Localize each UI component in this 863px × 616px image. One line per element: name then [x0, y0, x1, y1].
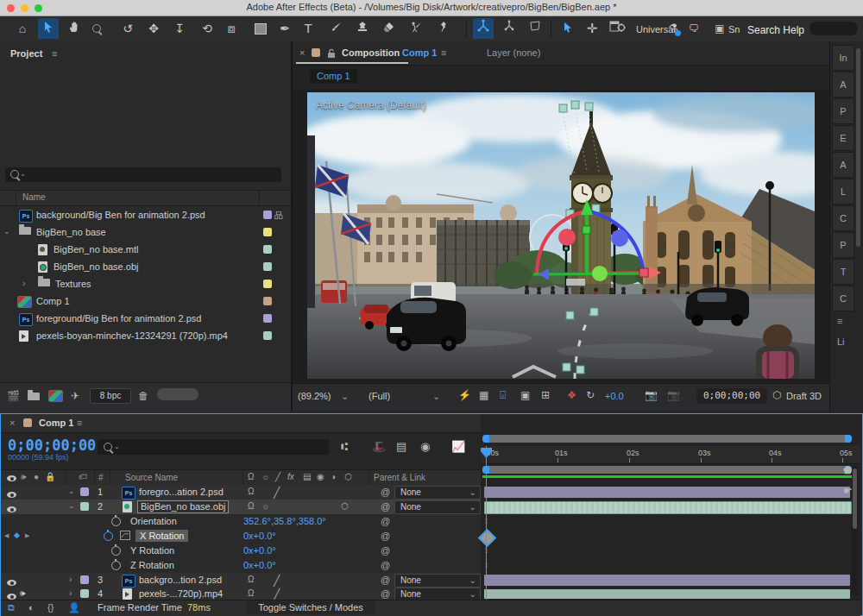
grid-guides-icon[interactable]: ⊞ [541, 389, 550, 401]
magnification-dropdown[interactable]: (89.2%) [298, 391, 331, 401]
dock-menu-icon[interactable]: ≡ [837, 316, 842, 326]
snapping-label[interactable]: Sn [728, 24, 740, 35]
video-column-icon[interactable] [7, 474, 16, 483]
collapsed-chevron-icon[interactable]: › [69, 588, 72, 598]
composition-viewport[interactable]: Active Camera (Default) [293, 89, 829, 382]
project-item-row[interactable]: Ps foreground/Big Ben for animation 2.ps… [0, 311, 291, 328]
composition-panel-menu-icon[interactable]: ≡ [441, 47, 446, 58]
layer-name-selected[interactable]: BigBen_no base.obj [137, 500, 229, 513]
rectangle-tool-icon[interactable] [250, 18, 271, 39]
preview-timecode[interactable]: 0;00;00;00 [696, 388, 767, 404]
property-name-selected[interactable]: X Rotation [135, 530, 188, 542]
quality-switch-icon[interactable]: ╱ [274, 487, 280, 499]
stopwatch-icon[interactable] [111, 561, 121, 572]
layer-bar-3[interactable] [484, 575, 850, 586]
feedback-bubble-icon[interactable]: 🗨 [683, 18, 704, 39]
transfer-controls-icon[interactable]: ◐ [28, 602, 35, 613]
solo-column-icon[interactable]: ● [34, 472, 39, 481]
bit-depth-button[interactable]: 8 bpc [90, 388, 131, 404]
prev-keyframe-icon[interactable]: ◀ [4, 532, 9, 539]
composition-tab-label[interactable]: Composition [342, 47, 400, 58]
project-item-row[interactable]: BigBen_no base.mtl [0, 242, 291, 259]
motionblur-column-icon[interactable]: ◉ [317, 472, 324, 481]
pen-tool-icon[interactable]: ✒ [274, 18, 295, 39]
expand-chevron-icon[interactable]: ⌄ [68, 501, 75, 510]
threed-column-icon[interactable]: ⬡ [344, 472, 352, 481]
draft3d-toggle[interactable]: Draft 3D [786, 391, 822, 401]
puppet-pin-tool-icon[interactable] [433, 18, 454, 39]
motion-blur-toggle-icon[interactable]: ◉ [420, 440, 430, 453]
view-axis-mode-icon[interactable] [525, 18, 545, 39]
mini-flowchart-icon[interactable]: ⑆ [341, 440, 348, 453]
in-out-panes-icon[interactable]: {} [47, 602, 54, 613]
collapsed-chevron-icon[interactable]: › [69, 575, 72, 584]
orbit-camera-tool-icon[interactable]: ↺ [117, 18, 138, 39]
hand-tool-icon[interactable] [64, 18, 85, 39]
timeline-search-input[interactable]: ⌄ [98, 439, 329, 455]
layer-row-1[interactable]: ⌄ 1 Ps foregro...ation 2.psd Ω ╱ @ None⌄ [1, 485, 481, 500]
pan-behind-tool-icon[interactable]: ⧈ [221, 18, 242, 39]
snapping-checkbox-icon[interactable]: ▣ [709, 18, 730, 39]
collapse-switch-icon[interactable]: Ω [248, 588, 254, 598]
project-panel-menu-icon[interactable]: ≡ [52, 48, 57, 59]
layer-bar-2-selected[interactable] [484, 501, 852, 514]
pickwhip-icon[interactable]: @ [381, 516, 390, 526]
property-value[interactable]: 352.6°,35.8°,358.0° [243, 516, 326, 526]
layer-label-chip[interactable] [80, 589, 89, 598]
layer-name[interactable]: pexels-...720p).mp4 [139, 588, 223, 599]
frame-blending-toggle-icon[interactable]: ▤ [396, 440, 406, 453]
parent-dropdown[interactable]: None⌄ [394, 574, 481, 588]
type-tool-icon[interactable]: T [298, 18, 318, 39]
folder-expanded-chevron-icon[interactable]: ⌄ [3, 227, 10, 236]
number-column-label[interactable]: # [98, 473, 104, 482]
graph-editor-icon[interactable]: 📈 [451, 440, 465, 453]
fx-column-icon[interactable]: fx [287, 472, 294, 481]
collapse-switch-icon[interactable]: Ω [248, 575, 254, 584]
layer-row-2-selected[interactable]: ⌄ 2 BigBen_no base.obj Ω ☼ ⬡ @ None⌄ [1, 500, 481, 515]
property-row-x-rotation[interactable]: ◀ ◆ ▶ X Rotation 0x+0.0° @ [1, 529, 481, 544]
label-color-chip[interactable] [263, 228, 272, 236]
layer-label-chip[interactable] [80, 487, 89, 496]
parent-link-column-label[interactable]: Parent & Link [374, 473, 425, 482]
layer-tab[interactable]: Layer (none) [487, 47, 540, 58]
work-area-bar[interactable] [482, 466, 852, 474]
roto-brush-tool-icon[interactable] [406, 18, 426, 39]
dock-tab-info[interactable]: In [832, 45, 854, 71]
property-row-z-rotation[interactable]: Z Rotation 0x+0.0° @ [1, 558, 481, 574]
timeline-navigator-bar[interactable] [482, 435, 852, 443]
project-columns-header[interactable]: Name [0, 190, 291, 206]
label-color-chip[interactable] [263, 297, 272, 305]
home-icon[interactable]: ⌂ [12, 18, 33, 39]
stopwatch-active-icon[interactable] [104, 531, 113, 543]
close-tab-icon[interactable]: × [9, 418, 15, 428]
universal-move-icon[interactable]: ✛ [582, 18, 602, 39]
source-name-column-label[interactable]: Source Name [125, 473, 178, 482]
folder-collapsed-chevron-icon[interactable]: › [22, 279, 25, 288]
geometry-options-icon[interactable]: ⬡ [341, 501, 349, 511]
project-search-input[interactable]: ⌄ [5, 167, 281, 182]
dock-tab-character[interactable]: C [832, 205, 854, 231]
layer-row-4[interactable]: 🕪 › 4 pexels-...720p).mp4 Ω ╱ @ None⌄ [1, 588, 481, 600]
visibility-eye-icon[interactable] [7, 577, 16, 588]
clone-stamp-tool-icon[interactable] [352, 18, 373, 39]
dock-tab-effects[interactable]: E [832, 125, 854, 151]
navigator-start-handle[interactable] [482, 435, 489, 443]
project-item-row[interactable]: BigBen_no base.obj [0, 259, 291, 276]
visibility-eye-icon[interactable] [7, 489, 16, 500]
project-folder-row[interactable]: › Textures [0, 276, 291, 293]
stopwatch-icon[interactable] [111, 546, 121, 557]
stopwatch-icon[interactable] [111, 517, 121, 528]
exposure-value[interactable]: +0.0 [605, 391, 624, 401]
collapse-column-icon[interactable]: Ω [248, 472, 254, 481]
zoom-tool-icon[interactable] [86, 18, 107, 39]
resolution-caret-icon[interactable]: ⌄ [432, 391, 440, 402]
label-color-chip[interactable] [263, 314, 272, 323]
keyframe-diamond-icon[interactable]: ◆ [14, 531, 20, 539]
label-color-chip[interactable] [263, 245, 272, 254]
expand-layer-switches-icon[interactable]: ⧉ [8, 602, 15, 613]
channel-icon[interactable]: ❖ [567, 389, 576, 401]
comp-breadcrumb[interactable]: Comp 1 [310, 69, 357, 84]
audio-column-icon[interactable]: 🕪 [21, 472, 26, 482]
layer-name[interactable]: foregro...ation 2.psd [139, 487, 224, 497]
collapse-switch-icon[interactable]: Ω [248, 501, 254, 511]
